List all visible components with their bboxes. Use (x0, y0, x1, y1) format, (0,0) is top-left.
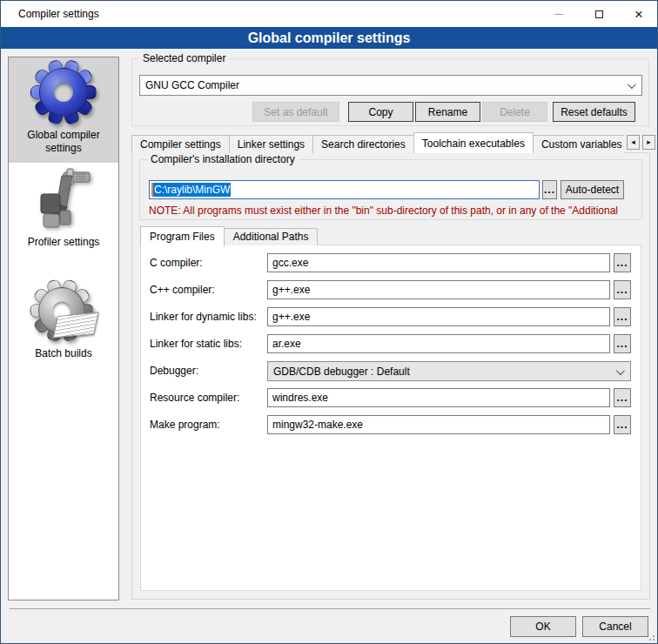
field-label: Debugger: (150, 365, 198, 377)
tab-linker-settings[interactable]: Linker settings (229, 135, 313, 153)
close-button[interactable]: × (619, 1, 658, 27)
browse-resource-compiler-button[interactable]: ... (614, 388, 631, 407)
make-program-input[interactable] (267, 415, 610, 434)
field-label: Make program: (150, 419, 220, 431)
browse-directory-button[interactable]: ... (542, 180, 557, 199)
delete-button[interactable]: Delete (482, 102, 547, 122)
tab-toolchain-executables[interactable]: Toolchain executables (413, 132, 534, 153)
toolchain-executables-page: Compiler's installation directory C:\ray… (131, 152, 650, 600)
title-bar[interactable]: Compiler settings × (1, 1, 657, 27)
auto-detect-button[interactable]: Auto-detect (561, 180, 624, 199)
tab-scroll-left-button[interactable]: ◂ (627, 135, 640, 150)
resource-compiler-input[interactable] (267, 388, 610, 407)
chevron-down-icon (616, 366, 625, 375)
field-label: C compiler: (150, 257, 203, 269)
sidebar-item-global-compiler-settings[interactable]: Global compiler settings (9, 57, 118, 163)
browse-cpp-compiler-button[interactable]: ... (614, 280, 631, 299)
debugger-select-value: GDB/CDB debugger : Default (273, 366, 410, 378)
field-label: C++ compiler: (150, 284, 215, 296)
dynamic-linker-input[interactable] (267, 307, 610, 326)
window-title: Compiler settings (18, 8, 99, 20)
maximize-icon (595, 10, 603, 18)
sidebar-item-profiler-settings[interactable]: Profiler settings (9, 163, 118, 262)
installation-directory-group: Compiler's installation directory C:\ray… (139, 159, 642, 220)
static-linker-input[interactable] (267, 334, 610, 353)
resource-compiler-row: Resource compiler: ... (141, 388, 641, 409)
caliper-icon (32, 168, 95, 231)
close-icon: × (634, 7, 643, 22)
debugger-select[interactable]: GDB/CDB debugger : Default (267, 361, 631, 381)
blue-gear-icon (32, 61, 95, 124)
compiler-select[interactable]: GNU GCC Compiler (139, 75, 642, 96)
group-label: Selected compiler (139, 52, 229, 64)
selected-compiler-group: Selected compiler GNU GCC Compiler Set a… (131, 58, 649, 126)
installation-directory-value: C:\raylib\MinGW (153, 183, 231, 197)
cancel-button[interactable]: Cancel (582, 616, 648, 637)
minimize-icon (554, 14, 563, 15)
field-label: Linker for dynamic libs: (150, 311, 257, 323)
set-as-default-button[interactable]: Set as default (252, 102, 339, 122)
chevron-down-icon (628, 80, 636, 89)
cpp-compiler-row: C++ compiler: ... (141, 280, 641, 301)
field-label: Resource compiler: (150, 392, 239, 404)
minimize-button[interactable] (539, 1, 579, 27)
browse-dynamic-linker-button[interactable]: ... (614, 307, 631, 326)
bin-subdirectory-note: NOTE: All programs must exist either in … (149, 205, 636, 217)
subtab-additional-paths[interactable]: Additional Paths (224, 228, 319, 245)
browse-make-program-button[interactable]: ... (614, 415, 631, 434)
tab-compiler-settings[interactable]: Compiler settings (131, 135, 230, 153)
browse-c-compiler-button[interactable]: ... (614, 253, 631, 272)
sidebar-item-label: Batch builds (14, 347, 113, 360)
compiler-select-value: GNU GCC Compiler (145, 79, 239, 91)
browse-static-linker-button[interactable]: ... (614, 334, 631, 353)
footer-separator (10, 608, 650, 609)
program-files-tab-bar: Program Files Additional Paths (140, 225, 317, 245)
debugger-row: Debugger: GDB/CDB debugger : Default (141, 361, 641, 382)
rename-button[interactable]: Rename (415, 102, 480, 122)
program-files-page: C compiler: ... C++ compiler: ... Linker… (140, 245, 641, 591)
group-label: Compiler's installation directory (147, 153, 299, 165)
sidebar-item-label: Profiler settings (14, 236, 113, 249)
installation-directory-input[interactable]: C:\raylib\MinGW (149, 180, 540, 199)
settings-tab-bar: Compiler settings Linker settings Search… (131, 131, 650, 153)
gray-gear-stack-icon (32, 279, 95, 342)
c-compiler-row: C compiler: ... (141, 253, 641, 274)
reset-defaults-button[interactable]: Reset defaults (553, 102, 635, 122)
ok-button[interactable]: OK (510, 616, 576, 637)
dynamic-linker-row: Linker for dynamic libs: ... (141, 307, 641, 328)
page-title: Global compiler settings (1, 27, 657, 49)
field-label: Linker for static libs: (150, 338, 242, 350)
tab-search-directories[interactable]: Search directories (312, 135, 414, 153)
copy-button[interactable]: Copy (348, 102, 413, 122)
make-program-row: Make program: ... (141, 415, 641, 436)
sidebar-item-label: Global compiler settings (14, 129, 113, 155)
settings-category-list: Global compiler settings Profiler settin… (8, 57, 119, 600)
static-linker-row: Linker for static libs: ... (141, 334, 641, 355)
compiler-settings-dialog: Compiler settings × Global compiler sett… (0, 0, 658, 644)
resize-grip[interactable] (647, 633, 655, 641)
tab-scroll-right-button[interactable]: ▸ (642, 135, 655, 150)
sidebar-item-batch-builds[interactable]: Batch builds (9, 262, 118, 360)
maximize-button[interactable] (579, 1, 619, 27)
subtab-program-files[interactable]: Program Files (140, 226, 225, 246)
cpp-compiler-input[interactable] (267, 280, 610, 299)
tab-custom-variables[interactable]: Custom variables (533, 135, 624, 153)
c-compiler-input[interactable] (267, 253, 610, 272)
